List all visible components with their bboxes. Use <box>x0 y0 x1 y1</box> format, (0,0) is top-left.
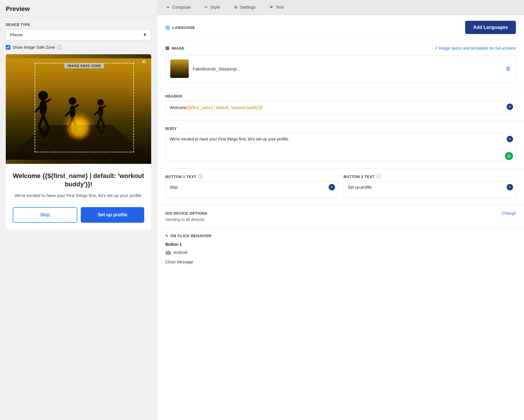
tab-settings-label: Settings <box>240 5 256 10</box>
style-icon: ✂ <box>205 5 208 10</box>
tab-compose[interactable]: ✏ Compose <box>160 0 198 15</box>
language-section: 🌐 LANGUAGE Add Languages <box>157 15 524 40</box>
image-card: FakeBrandz_Steppingt... 🗑 <box>165 55 516 82</box>
header-plus-button[interactable]: + <box>507 104 513 110</box>
body-section: BODY + G <box>157 121 524 168</box>
image-thumbnail <box>170 59 189 78</box>
button1-column: BUTTON 1 TEXT i + <box>165 174 338 199</box>
setup-profile-button[interactable]: Set up profile <box>81 207 144 223</box>
globe-icon: 🌐 <box>165 25 170 30</box>
header-prefix: Welcome <box>170 105 186 110</box>
android-row: 🤖 Android <box>165 250 516 255</box>
body-field-label: BODY <box>165 126 516 131</box>
running-image <box>6 54 151 164</box>
right-content: 🌐 LANGUAGE Add Languages 🖼 IMAGE ↗ Image… <box>157 15 524 420</box>
button1-section-label: Button 1 <box>165 242 516 247</box>
close-button[interactable]: ✕ <box>140 58 148 66</box>
runners-silhouette <box>6 54 151 164</box>
delete-image-button[interactable]: 🗑 <box>506 66 511 72</box>
onclick-section: ↖ ON CLICK BEHAVIOR Button 1 🤖 Android C… <box>157 228 524 273</box>
device-type-select[interactable]: Phone Tablet <box>6 29 151 40</box>
close-message-row: Close Message <box>165 257 516 267</box>
tab-compose-label: Compose <box>172 5 191 10</box>
test-icon: 👁 <box>270 5 274 10</box>
header-variable: {{${first_name} | default: 'workout budd… <box>186 105 261 110</box>
body-input-wrapper: + G <box>165 133 516 162</box>
header-input[interactable]: Welcome {{${first_name} | default: 'work… <box>165 101 516 115</box>
button2-input-wrapper: + <box>344 181 516 199</box>
phone-notification-body: We're excited to have you! First things … <box>13 192 144 199</box>
safe-zone-info-icon[interactable]: i <box>57 45 62 50</box>
right-panel: ✏ Compose ✂ Style ⚙ Settings 👁 Test 🌐 LA… <box>157 0 524 420</box>
button1-input-wrapper: + <box>165 181 338 199</box>
safe-zone-label: Show Image Safe Zone <box>13 45 55 50</box>
image-section-header: 🖼 IMAGE ↗ Image specs and templates for … <box>165 46 516 50</box>
phone-buttons: Skip Set up profile <box>13 207 144 223</box>
left-panel: Preview DEVICE TYPE Phone Tablet ▼ Show … <box>0 0 157 420</box>
ios-section: IOS DEVICE OPTIONS Change Sending to all… <box>157 205 524 228</box>
grammarly-button[interactable]: G <box>505 152 513 160</box>
title-variable: {{${first_name} | default: 'workout budd… <box>42 172 144 188</box>
button2-info-icon[interactable]: i <box>377 174 381 179</box>
ios-change-link[interactable]: Change <box>502 211 516 215</box>
header-section: HEADER Welcome {{${first_name} | default… <box>157 88 524 121</box>
image-section: 🖼 IMAGE ↗ Image specs and templates for … <box>157 40 524 88</box>
android-icon: 🤖 <box>165 250 171 255</box>
button1-label: BUTTON 1 TEXT i <box>165 174 338 179</box>
onclick-title: ↖ ON CLICK BEHAVIOR <box>165 234 516 238</box>
tab-test[interactable]: 👁 Test <box>263 0 291 15</box>
button1-input[interactable] <box>165 181 338 198</box>
left-content: DEVICE TYPE Phone Tablet ▼ Show Image Sa… <box>0 17 157 420</box>
phone-notification-title: Welcome {{${first_name} | default: 'work… <box>13 172 144 188</box>
image-filename: FakeBrandz_Steppingt... <box>193 66 502 71</box>
ios-title: IOS DEVICE OPTIONS <box>165 211 207 215</box>
top-nav: ✏ Compose ✂ Style ⚙ Settings 👁 Test <box>157 0 524 15</box>
button2-column: BUTTON 2 TEXT i + <box>344 174 516 199</box>
ios-header: IOS DEVICE OPTIONS Change <box>165 211 516 215</box>
cursor-icon: ↖ <box>165 234 169 238</box>
body-plus-button[interactable]: + <box>507 136 513 142</box>
header-input-wrapper: Welcome {{${first_name} | default: 'work… <box>165 101 516 115</box>
tab-test-label: Test <box>276 5 284 10</box>
svg-point-3 <box>38 91 48 100</box>
add-languages-button[interactable]: Add Languages <box>465 21 516 34</box>
ios-subtitle: Sending to all devices <box>165 217 516 222</box>
safe-zone-checkbox[interactable] <box>6 45 10 50</box>
language-section-label: 🌐 LANGUAGE <box>165 25 195 30</box>
compose-icon: ✏ <box>166 5 170 10</box>
external-link-icon: ↗ <box>434 46 438 50</box>
image-thumb-inner <box>170 59 189 78</box>
button2-plus-button[interactable]: + <box>507 184 513 190</box>
image-container: IMAGE SAFE ZONE ✕ <box>6 54 151 164</box>
skip-button[interactable]: Skip <box>13 207 77 223</box>
safe-zone-row: Show Image Safe Zone i <box>6 45 151 50</box>
button2-input[interactable] <box>344 181 516 198</box>
image-label: 🖼 IMAGE <box>165 46 185 50</box>
button1-info-icon[interactable]: i <box>198 174 203 179</box>
device-type-wrapper: Phone Tablet ▼ <box>6 29 151 40</box>
svg-point-19 <box>97 99 104 106</box>
image-specs-link[interactable]: ↗ Image specs and templates for full-scr… <box>434 46 516 50</box>
language-section-header: 🌐 LANGUAGE Add Languages <box>165 21 516 34</box>
header-field-label: HEADER <box>165 94 516 98</box>
android-label: Android <box>173 250 187 255</box>
title-prefix: Welcome <box>13 172 42 179</box>
button-text-columns: BUTTON 1 TEXT i + BUTTON 2 TEXT i <box>165 174 516 199</box>
body-input[interactable] <box>165 133 516 161</box>
phone-content: Welcome {{${first_name} | default: 'work… <box>6 164 151 230</box>
svg-point-11 <box>69 97 76 105</box>
device-type-label: DEVICE TYPE <box>6 23 151 27</box>
image-icon: 🖼 <box>165 46 169 50</box>
preview-header: Preview <box>0 0 157 17</box>
sun-image <box>66 115 91 141</box>
button-text-section: BUTTON 1 TEXT i + BUTTON 2 TEXT i <box>157 168 524 205</box>
button2-label: BUTTON 2 TEXT i <box>344 174 516 179</box>
title-suffix: ! <box>90 181 92 188</box>
settings-icon: ⚙ <box>234 5 238 10</box>
preview-title: Preview <box>6 5 151 13</box>
tab-style[interactable]: ✂ Style <box>198 0 227 15</box>
button1-plus-button[interactable]: + <box>329 184 335 190</box>
tab-settings[interactable]: ⚙ Settings <box>227 0 263 15</box>
phone-preview: IMAGE SAFE ZONE ✕ Welcome {{${first_name… <box>6 54 151 230</box>
header-suffix: ! <box>261 105 262 110</box>
